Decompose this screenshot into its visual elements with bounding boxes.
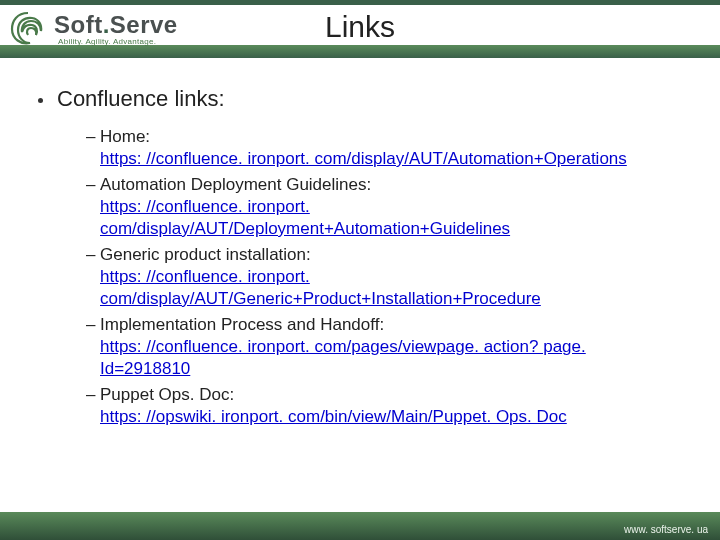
item-label: Generic product installation:	[100, 245, 311, 264]
footer-band: www. softserve. ua	[0, 512, 720, 540]
link-list: – Home: https: //confluence. ironport. c…	[28, 126, 692, 428]
list-item: – Implementation Process and Handoff: ht…	[86, 314, 672, 380]
bullet-heading: Confluence links:	[57, 86, 225, 112]
dash-icon: –	[86, 174, 100, 196]
page-title: Links	[0, 10, 720, 44]
item-label: Automation Deployment Guidelines:	[100, 175, 371, 194]
item-link[interactable]: https: //confluence. ironport. com/pages…	[100, 337, 586, 378]
bullet-heading-row: Confluence links:	[28, 86, 692, 112]
list-item: – Generic product installation: https: /…	[86, 244, 672, 310]
item-label: Home:	[100, 127, 150, 146]
item-link[interactable]: https: //confluence. ironport. com/displ…	[100, 197, 510, 238]
header-band: Soft.Serve Ability. Agility. Advantage. …	[0, 0, 720, 58]
item-link[interactable]: https: //confluence. ironport. com/displ…	[100, 267, 541, 308]
item-link[interactable]: https: //confluence. ironport. com/displ…	[100, 149, 627, 168]
dash-icon: –	[86, 126, 100, 148]
item-label: Implementation Process and Handoff:	[100, 315, 384, 334]
bullet-icon	[38, 98, 43, 103]
list-item: – Automation Deployment Guidelines: http…	[86, 174, 672, 240]
item-label: Puppet Ops. Doc:	[100, 385, 234, 404]
footer-url: www. softserve. ua	[624, 524, 708, 535]
dash-icon: –	[86, 384, 100, 406]
content-area: Confluence links: – Home: https: //confl…	[0, 58, 720, 428]
list-item: – Home: https: //confluence. ironport. c…	[86, 126, 672, 170]
item-link[interactable]: https: //opswiki. ironport. com/bin/view…	[100, 407, 567, 426]
dash-icon: –	[86, 244, 100, 266]
dash-icon: –	[86, 314, 100, 336]
list-item: – Puppet Ops. Doc: https: //opswiki. iro…	[86, 384, 672, 428]
